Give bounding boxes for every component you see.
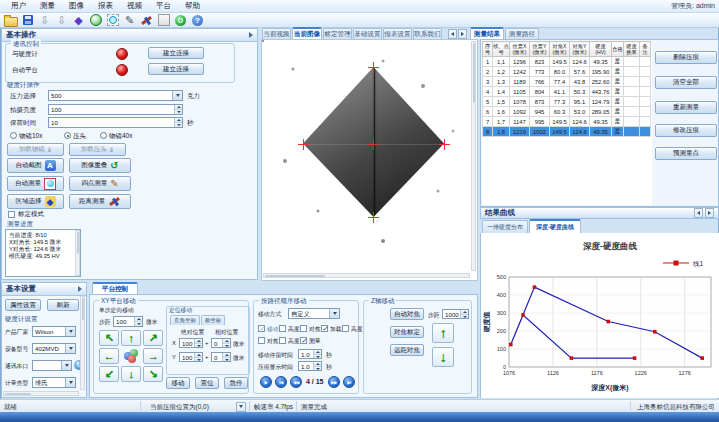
menu-platform[interactable]: 平台 — [149, 1, 178, 11]
vendor-select[interactable]: Wilson — [32, 326, 76, 337]
emergency-stop-button[interactable]: 急停 — [224, 377, 248, 389]
far-focus-button[interactable]: 远距对焦 — [390, 344, 424, 356]
tab-cartesian[interactable]: 直角坐标 — [170, 315, 200, 325]
menu-video[interactable]: 视频 — [120, 1, 149, 11]
vertex-marker-top[interactable] — [368, 62, 379, 73]
spinner-arrows[interactable] — [174, 118, 182, 127]
stage-connect-button[interactable]: 建立连接 — [148, 63, 204, 75]
spinner-arrows[interactable] — [313, 362, 321, 370]
calibration-button[interactable]: ◆ — [71, 13, 86, 27]
tester-connect-button[interactable]: 建立连接 — [148, 47, 204, 59]
x-abs-stepper[interactable]: 100 — [179, 338, 203, 348]
auto-measure-button[interactable] — [105, 13, 120, 27]
spinner-arrows[interactable] — [222, 353, 230, 361]
image-overlay-button[interactable]: 图像重叠 ↺ — [69, 158, 131, 173]
results-table-row[interactable]: 61,6109294560.353.0289.05是 — [483, 107, 651, 117]
collapse-pin-icon[interactable] — [249, 32, 253, 38]
camera-button[interactable] — [173, 13, 188, 27]
step-focus1-checkbox[interactable] — [300, 325, 307, 332]
delete-indent-button[interactable]: 删除压痕 — [655, 51, 717, 64]
objective40x-radio[interactable] — [100, 132, 107, 139]
tab-current-video[interactable]: 当前视频 — [262, 28, 291, 39]
calibration-mode-checkbox[interactable] — [8, 211, 15, 218]
remeasure-button[interactable]: 重新测量 — [655, 101, 717, 114]
spinner-arrows[interactable] — [194, 339, 202, 347]
move-up-left-button[interactable]: ↖ — [99, 330, 119, 346]
settings-vscrollbar[interactable] — [80, 296, 85, 390]
col-diag-y[interactable]: 对角Y (微米) — [570, 42, 590, 57]
move-mode-select[interactable]: 自定义 — [288, 308, 340, 319]
tab-depth-hardness-curve[interactable]: 深度-硬度曲线 — [529, 219, 581, 233]
objective10x-radio[interactable] — [10, 132, 17, 139]
history-button[interactable] — [88, 13, 103, 27]
curve-scroll-right-button[interactable] — [705, 208, 714, 218]
next-point-button[interactable]: ▶▶ — [328, 376, 340, 388]
model-select[interactable]: 402MVD — [32, 343, 76, 354]
load-objective-button[interactable]: 加载物镜 ⇓ — [7, 143, 64, 156]
y-abs-stepper[interactable]: 100 — [179, 352, 203, 362]
z-up-button[interactable]: ↑ — [432, 323, 454, 343]
tab-measure-results[interactable]: 测量结果 — [470, 27, 504, 39]
tab-base-settings[interactable]: 基础设置 — [353, 28, 382, 39]
play-button[interactable]: ▶ — [260, 376, 272, 388]
progress-scrollbar[interactable] — [75, 230, 80, 276]
menu-help[interactable]: 帮助 — [178, 1, 207, 11]
auto-measure-button-left[interactable]: 自动测量 — [7, 176, 64, 191]
step-measure-checkbox[interactable] — [300, 337, 307, 344]
indenter-radio[interactable] — [64, 132, 71, 139]
tab-scroll-left-button[interactable] — [448, 29, 457, 39]
spinner-arrows[interactable] — [313, 350, 321, 358]
z-down-button[interactable]: ↓ — [432, 347, 454, 367]
open-file-button[interactable] — [3, 13, 18, 27]
focus-calibration-button[interactable]: 对焦标定 — [390, 326, 424, 338]
import-button[interactable]: ⇩ — [37, 13, 52, 27]
auto-snapshot-button[interactable]: 自动截图 A — [7, 158, 64, 173]
x-rel-stepper[interactable]: 0 — [211, 338, 231, 348]
col-remark[interactable]: 备注 — [640, 42, 651, 57]
caliper-button[interactable] — [139, 13, 154, 27]
move-right-button[interactable]: → — [143, 348, 163, 364]
distance-measure-button[interactable]: 距离测量 — [69, 194, 131, 209]
tab-measure-path[interactable]: 测量路径 — [505, 28, 539, 39]
results-table-row[interactable]: 11,11296823149.5124.649.35是 — [483, 57, 651, 67]
premeasure-points-button[interactable]: 预测量点 — [655, 147, 717, 160]
move-up-right-button[interactable]: ↗ — [143, 330, 163, 346]
col-pos-y[interactable]: 位置Y (微米) — [530, 42, 550, 57]
load-indenter-button[interactable]: 加载压头 ⇓ — [69, 143, 126, 156]
move-down-button[interactable]: ↓ — [121, 366, 141, 382]
step-height3-checkbox[interactable] — [279, 337, 286, 344]
tab-report-settings[interactable]: 报表设置 — [383, 28, 412, 39]
curve-panel-header[interactable]: 结果曲线 — [480, 207, 719, 219]
step-load-checkbox[interactable] — [321, 325, 328, 332]
move-down-right-button[interactable]: ↘ — [143, 366, 163, 382]
step-move-checkbox[interactable] — [258, 325, 265, 332]
results-table-row[interactable]: 21,2124277380.057.6195.90是 — [483, 67, 651, 77]
settings-hscrollbar[interactable] — [3, 391, 79, 396]
tab-calibration[interactable]: 标定管理 — [323, 28, 352, 39]
edit-button[interactable]: ✎ — [122, 13, 137, 27]
spinner-arrows[interactable] — [134, 317, 142, 326]
col-pass[interactable]: 合格 — [612, 42, 624, 57]
col-index[interactable]: 序号 — [483, 42, 493, 57]
scale-type-select[interactable]: 维氏 — [32, 377, 76, 388]
menu-report[interactable]: 报表 — [91, 1, 120, 11]
prev-point-button[interactable]: ◀◀ — [290, 376, 302, 388]
chevron-down-icon[interactable] — [65, 327, 75, 336]
tab-current-image[interactable]: 当前图像 — [292, 27, 322, 39]
dwell-stepper[interactable]: 10 — [48, 117, 183, 128]
menu-measure[interactable]: 测量 — [33, 1, 62, 11]
curve-scroll-left-button[interactable] — [694, 208, 703, 218]
chevron-down-icon[interactable] — [65, 344, 75, 353]
center-marker[interactable] — [368, 139, 379, 150]
attributes-button[interactable]: 属性设置 — [5, 299, 41, 311]
collapse-pin-icon[interactable] — [78, 286, 82, 292]
results-table-row[interactable]: 71,71147995149.5124.649.35是 — [483, 117, 651, 127]
results-table-row[interactable]: 31,3118976677.443.8252.60是 — [483, 77, 651, 87]
four-point-measure-button[interactable]: 四点测量 ✎ — [69, 176, 131, 191]
move-dwell-stepper[interactable]: 1.0 — [298, 349, 322, 359]
chevron-down-icon[interactable] — [329, 309, 339, 318]
image-vscrollbar[interactable] — [471, 41, 476, 271]
indent-show-stepper[interactable]: 1.0 — [298, 361, 322, 371]
menu-user[interactable]: 用户 — [4, 1, 33, 11]
tab-polar[interactable]: 极坐标 — [201, 315, 225, 325]
